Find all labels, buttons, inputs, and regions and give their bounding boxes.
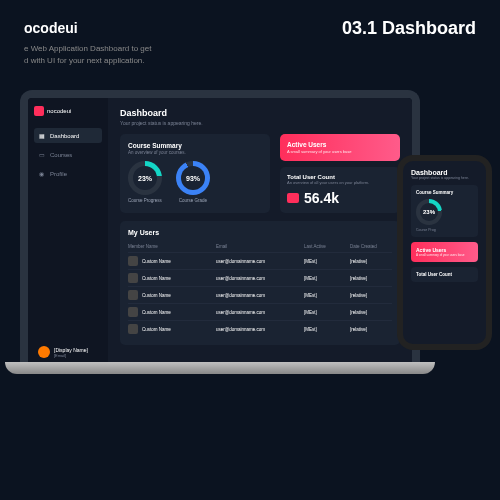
avatar <box>128 256 138 266</box>
table-row[interactable]: Custom Nameuser@domainname.com[MEst][rel… <box>128 269 392 286</box>
table-header: Member Name Email Last Active Date Creat… <box>128 241 392 252</box>
phone-gauge-label: Course Prog <box>416 228 473 232</box>
date-created: [relative] <box>350 310 392 315</box>
member-name: Custom Name <box>142 327 171 332</box>
card-subtitle: An overview of all your users on your pl… <box>287 180 393 185</box>
last-active: [MEst] <box>304 276 346 281</box>
dashboard-icon: ▦ <box>39 132 46 139</box>
phone-gauge: 23% <box>416 199 442 225</box>
logo-icon <box>34 106 44 116</box>
card-title: Course Summary <box>416 190 473 195</box>
card-title: Course Summary <box>128 142 262 149</box>
total-users-card: Total User Count An overview of all your… <box>280 167 400 213</box>
phone-summary-card: Course Summary 23% Course Prog <box>411 185 478 237</box>
promo-tagline-2: d with UI for your next application. <box>24 55 152 67</box>
member-name: Custom Name <box>142 276 171 281</box>
phone-subtitle: Your project status is appearing here. <box>411 176 478 180</box>
dashboard-app: nocodeui ▦ Dashboard ▭ Courses ◉ Profile… <box>28 98 412 370</box>
date-created: [relative] <box>350 327 392 332</box>
users-table-card: My Users Member Name Email Last Active D… <box>120 221 400 345</box>
main-content: Dashboard Your project status is appeari… <box>108 98 412 370</box>
nav-courses[interactable]: ▭ Courses <box>34 147 102 162</box>
phone-title: Dashboard <box>411 169 478 176</box>
nav-label: Dashboard <box>50 133 79 139</box>
avatar <box>128 273 138 283</box>
users-icon <box>287 193 299 203</box>
table-row[interactable]: Custom Nameuser@domainname.com[MEst][rel… <box>128 252 392 269</box>
card-title: Total User Count <box>416 272 473 277</box>
member-name: Custom Name <box>142 310 171 315</box>
member-email: user@domainname.com <box>216 327 300 332</box>
laptop-base <box>5 362 435 374</box>
member-email: user@domainname.com <box>216 310 300 315</box>
promo-banner: ocodeui e Web Application Dashboard to g… <box>0 18 500 67</box>
date-created: [relative] <box>350 259 392 264</box>
sidebar: nocodeui ▦ Dashboard ▭ Courses ◉ Profile… <box>28 98 108 370</box>
last-active: [MEst] <box>304 327 346 332</box>
member-email: user@domainname.com <box>216 293 300 298</box>
profile-icon: ◉ <box>39 170 46 177</box>
nav-label: Profile <box>50 171 67 177</box>
grade-gauge: 93% Course Grade <box>176 161 210 203</box>
gauge-label: Course Grade <box>179 198 207 203</box>
user-avatar-icon <box>38 346 50 358</box>
last-active: [MEst] <box>304 310 346 315</box>
nav-label: Courses <box>50 152 72 158</box>
card-title: Active Users <box>287 141 393 148</box>
gauge-value: 23% <box>138 175 152 182</box>
app-brand: nocodeui <box>47 108 71 114</box>
phone-active-card[interactable]: Active Users A small summary of your use… <box>411 242 478 262</box>
promo-brand: ocodeui <box>24 18 152 39</box>
phone-frame: Dashboard Your project status is appeari… <box>397 155 492 350</box>
col-member: Member Name <box>128 244 212 249</box>
member-email: user@domainname.com <box>216 259 300 264</box>
nav-dashboard[interactable]: ▦ Dashboard <box>34 128 102 143</box>
table-row[interactable]: Custom Nameuser@domainname.com[MEst][rel… <box>128 286 392 303</box>
card-subtitle: A small summary of your users base <box>416 253 473 257</box>
sidebar-user[interactable]: [Display Name] [Email] <box>34 342 102 362</box>
phone-total-card: Total User Count <box>411 267 478 282</box>
table-title: My Users <box>128 229 392 236</box>
nav-profile[interactable]: ◉ Profile <box>34 166 102 181</box>
avatar <box>128 324 138 334</box>
avatar <box>128 307 138 317</box>
gauge-value: 93% <box>186 175 200 182</box>
laptop-frame: nocodeui ▦ Dashboard ▭ Courses ◉ Profile… <box>20 90 420 370</box>
slide-number: 03.1 Dashboard <box>342 18 476 67</box>
col-created: Date Created <box>350 244 392 249</box>
page-header: Dashboard Your project status is appeari… <box>120 108 400 126</box>
active-users-card[interactable]: Active Users A small summary of your use… <box>280 134 400 161</box>
last-active: [MEst] <box>304 259 346 264</box>
gauge-label: Course Progress <box>128 198 162 203</box>
page-subtitle: Your project status is appearing here. <box>120 120 400 126</box>
member-name: Custom Name <box>142 259 171 264</box>
courses-icon: ▭ <box>39 151 46 158</box>
promo-tagline-1: e Web Application Dashboard to get <box>24 43 152 55</box>
member-name: Custom Name <box>142 293 171 298</box>
page-title: Dashboard <box>120 108 400 118</box>
col-email: Email <box>216 244 300 249</box>
member-email: user@domainname.com <box>216 276 300 281</box>
last-active: [MEst] <box>304 293 346 298</box>
app-logo[interactable]: nocodeui <box>34 106 102 116</box>
course-summary-card: Course Summary An overview of your cours… <box>120 134 270 213</box>
card-subtitle: A small summary of your users base <box>287 149 393 154</box>
table-row[interactable]: Custom Nameuser@domainname.com[MEst][rel… <box>128 303 392 320</box>
user-email: [Email] <box>54 353 88 358</box>
date-created: [relative] <box>350 276 392 281</box>
user-name: [Display Name] <box>54 347 88 353</box>
card-subtitle: An overview of your courses. <box>128 150 262 155</box>
progress-gauge: 23% Course Progress <box>128 161 162 203</box>
avatar <box>128 290 138 300</box>
table-row[interactable]: Custom Nameuser@domainname.com[MEst][rel… <box>128 320 392 337</box>
total-user-value: 56.4k <box>304 190 339 206</box>
date-created: [relative] <box>350 293 392 298</box>
col-last: Last Active <box>304 244 346 249</box>
